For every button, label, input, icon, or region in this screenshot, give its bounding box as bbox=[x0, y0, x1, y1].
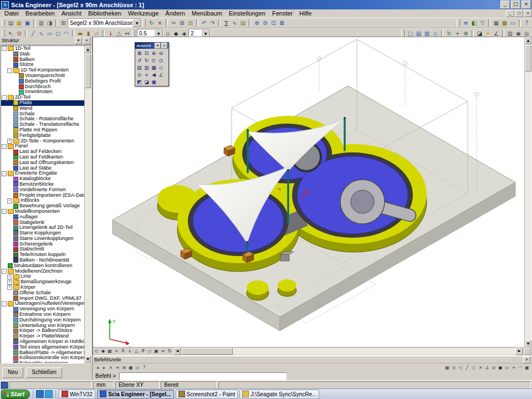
zoom-window-icon[interactable]: ⊡ bbox=[143, 49, 150, 57]
tree-item-körper-balken-stütze[interactable]: Körper -> Balken/Stütze bbox=[1, 328, 85, 334]
menu-item-hilfe[interactable]: Hilfe bbox=[296, 9, 315, 18]
tree-item-strukturdaten-kontrollieren[interactable]: Strukturdaten kontrollieren bbox=[1, 263, 85, 269]
tree-item-beliebiges-profil[interactable]: Beliebiges Profil bbox=[1, 79, 85, 84]
tree-item-starre-kopplungen[interactable]: Starre Kopplungen bbox=[1, 231, 85, 236]
command-back-icon[interactable]: ◂ bbox=[94, 365, 101, 371]
previous-view-icon[interactable]: ◀ bbox=[150, 71, 157, 78]
view-axo-icon[interactable]: ◇ bbox=[157, 64, 165, 71]
tree-item-übertragen-aufteilen-vereinigen[interactable]: -Übertragen/Aufteilen/Vereinigen bbox=[1, 301, 85, 306]
scroll-left-icon[interactable]: ◀ bbox=[173, 347, 181, 355]
menu-item-ändern[interactable]: Ändern bbox=[162, 9, 188, 18]
volume-toggle-icon[interactable]: ▣ bbox=[153, 348, 160, 355]
tree-item-teil-eines-allgemeinen-körpers-zu-ba[interactable]: Teil eines allgemeinen Körpers zu Ba... bbox=[1, 345, 85, 350]
tree-expander-icon[interactable]: + bbox=[7, 198, 12, 203]
snap-intersection-icon[interactable]: × bbox=[477, 365, 484, 371]
palette-titlebar[interactable]: Ansicht ▾ × bbox=[135, 43, 168, 49]
menu-item-werkzeuge[interactable]: Werkzeuge bbox=[125, 9, 162, 18]
open-project-icon[interactable]: ▦ bbox=[15, 19, 23, 27]
palette-close-icon[interactable]: × bbox=[161, 43, 167, 49]
status-plane[interactable]: Ebene XY bbox=[115, 381, 160, 389]
tree-item-entnahme-von-körpern[interactable]: Entnahme von Körpern bbox=[1, 312, 85, 318]
loads-toggle-icon[interactable]: ↓ bbox=[126, 348, 133, 355]
menu-item-bibliotheken[interactable]: Bibliotheken bbox=[85, 9, 125, 18]
hscroll-thumb[interactable] bbox=[182, 348, 233, 355]
tree-item-körper-platte-wand[interactable]: Körper -> Platte/Wand bbox=[1, 334, 85, 339]
tree-item-last-auf-feldkanten[interactable]: Last auf Feldkanten bbox=[1, 155, 85, 160]
tree-scroll-thumb[interactable] bbox=[85, 54, 91, 88]
viewport-hscrollbar[interactable]: ◀ ▶ bbox=[173, 348, 523, 355]
status-units[interactable]: mm bbox=[93, 381, 114, 389]
mdi-minimize-button[interactable]: _ bbox=[506, 10, 514, 17]
labels-toggle-icon[interactable]: A bbox=[120, 348, 126, 355]
tree-expander-icon[interactable]: + bbox=[7, 274, 12, 279]
toolbar-grip[interactable] bbox=[142, 19, 146, 27]
tree-expander-icon[interactable]: - bbox=[2, 269, 7, 274]
tree-expander-icon[interactable]: - bbox=[2, 301, 7, 306]
tree-item-last-auf-stäbe[interactable]: Last auf Stäbe bbox=[1, 166, 85, 171]
tree-expander-icon[interactable]: + bbox=[7, 139, 12, 144]
save-icon[interactable]: ▣ bbox=[23, 19, 32, 27]
cut-icon[interactable]: ✂ bbox=[170, 19, 178, 27]
redo-icon[interactable]: ↷ bbox=[208, 19, 217, 27]
show-desktop-icon[interactable] bbox=[36, 390, 44, 398]
render-mode-icon[interactable]: ◩ bbox=[136, 78, 143, 85]
shade-toggle-icon[interactable]: ◆ bbox=[100, 348, 106, 355]
copy-icon[interactable]: ⊞ bbox=[178, 19, 186, 27]
undo-icon[interactable]: ↶ bbox=[200, 19, 208, 27]
project-combo[interactable]: Segel2 x 90m Anschlüsse ▼ bbox=[68, 18, 142, 28]
mdi-restore-button[interactable]: □ bbox=[515, 10, 523, 17]
tree-expander-icon[interactable]: - bbox=[2, 209, 7, 214]
refresh-view-icon[interactable]: ↻ bbox=[166, 348, 173, 355]
task-scia-engineer-segel[interactable]: Scia Engineer - [Segel... bbox=[97, 390, 173, 399]
zoom-in-icon[interactable]: ⊕ bbox=[253, 19, 261, 27]
tree-item-benutzerblöcke[interactable]: Benutzerblöcke bbox=[1, 182, 85, 187]
tree-item-katalogblöcke[interactable]: Katalogblöcke bbox=[1, 176, 85, 182]
panel-pin-icon[interactable]: ▾ bbox=[75, 37, 82, 44]
tree-item-liniengelenk-auf-2d-teil[interactable]: Liniengelenk auf 2D-Teil bbox=[1, 225, 85, 231]
snap-settings-icon[interactable]: ▣ bbox=[524, 365, 530, 371]
window-titlebar[interactable]: S Scia Engineer - [Segel2 x 90m Anschlüs… bbox=[0, 0, 532, 9]
tree-expander-icon[interactable]: + bbox=[7, 280, 12, 285]
properties-icon[interactable]: ▦ bbox=[492, 19, 500, 27]
command-clear-icon[interactable]: ▭ bbox=[134, 365, 141, 371]
close-button[interactable]: × bbox=[521, 1, 531, 9]
libraries-icon[interactable]: ▩ bbox=[500, 19, 509, 27]
tree-item-durchdringung-von-körpern[interactable]: Durchdringung von Körpern bbox=[1, 318, 85, 323]
snap-circle-icon[interactable]: ○ bbox=[470, 365, 477, 371]
tree-item-schale-rotationsfläche[interactable]: Schale - Rotationsfläche bbox=[1, 116, 85, 122]
print-icon[interactable]: ▥ bbox=[37, 19, 45, 27]
tree-item-wand[interactable]: Wand bbox=[1, 106, 85, 111]
snap-tangent-icon[interactable]: ◠ bbox=[517, 365, 524, 371]
zoom-in-icon[interactable]: ⊕ bbox=[150, 49, 157, 57]
tree-expander-icon[interactable]: - bbox=[2, 95, 7, 100]
zoom-out-icon[interactable]: ⊖ bbox=[157, 49, 165, 57]
vscroll-thumb[interactable] bbox=[525, 45, 531, 71]
escape-icon[interactable]: × bbox=[156, 19, 164, 27]
tree-expander-icon[interactable]: - bbox=[7, 68, 12, 73]
scroll-down-icon[interactable]: ▼ bbox=[85, 356, 91, 363]
tree-item-2d-teile-komponenten[interactable]: +2D-Teile - Komponenten bbox=[1, 139, 85, 144]
dropdown-arrow-icon[interactable]: ▼ bbox=[132, 19, 141, 27]
task-j-seagate-sync-syncre[interactable]: J:\Seagate Sync\SyncRe... bbox=[239, 390, 319, 399]
tree-expander-icon[interactable]: - bbox=[2, 144, 7, 149]
tree-item-voutenquerschnitt[interactable]: Voutenquerschnitt bbox=[1, 73, 85, 79]
tree-item-unterteilung-von-körpern[interactable]: Unterteilung von Körpern bbox=[1, 323, 85, 329]
project-settings-icon[interactable]: ⊞ bbox=[59, 19, 68, 27]
surface-toggle-icon[interactable]: ▱ bbox=[146, 348, 153, 355]
tree-item-bewehrung-gemäß-vorlage[interactable]: Bewehrung gemäß Vorlage bbox=[1, 203, 85, 209]
tree-item-stab[interactable]: Stab bbox=[1, 52, 85, 57]
tree-item-auflager[interactable]: Auflager bbox=[1, 214, 85, 220]
tree-item-import-dwg-dxf-vrml97[interactable]: Import DWG, DXF, VRML97 bbox=[1, 296, 85, 301]
tree-item-balken-nichtlinearität[interactable]: Balken - Nichtlinearität bbox=[1, 258, 85, 263]
print-preview-icon[interactable]: ◨ bbox=[45, 19, 54, 27]
tree-expander-icon[interactable]: + bbox=[7, 285, 12, 290]
command-panel-close-icon[interactable]: × bbox=[523, 356, 530, 364]
tree-item-vereinigung-von-körpern[interactable]: Vereinigung von Körpern bbox=[1, 306, 85, 312]
view-y-icon[interactable]: ▥ bbox=[143, 64, 150, 71]
rotate-down-icon[interactable]: ◷ bbox=[157, 57, 165, 64]
tree-item-erweiterte-eingabe[interactable]: -Erweiterte Eingabe bbox=[1, 171, 85, 176]
zoom-window-icon[interactable]: ⊡ bbox=[269, 19, 278, 27]
supports-toggle-icon[interactable]: △ bbox=[133, 348, 140, 355]
perspective-icon[interactable]: ∠ bbox=[157, 71, 165, 78]
document-icon[interactable]: ▤ bbox=[239, 19, 247, 27]
